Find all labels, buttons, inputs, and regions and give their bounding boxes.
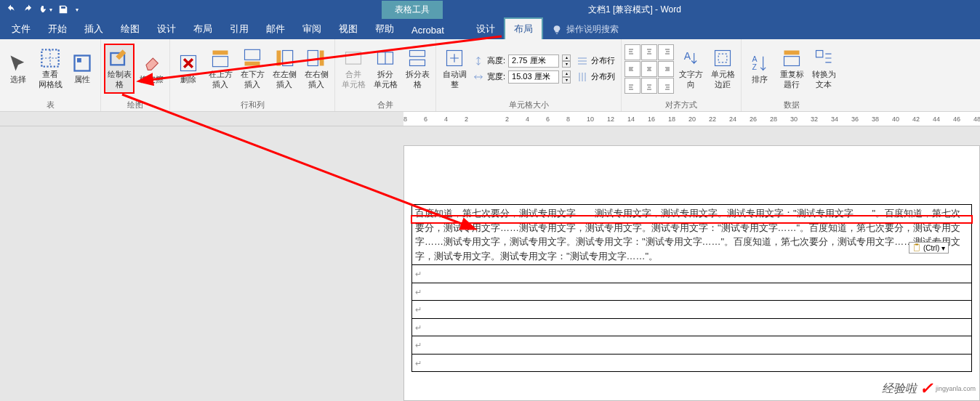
convert-text-icon [814, 48, 834, 68]
ribbon-group-data: AZ 排序 重复标题行 转换为文本 数据 [742, 39, 842, 111]
document-area: 百度知道，第七次要分，测试专用文字……测试专用文字，测试专用文字。测试专用文字：… [0, 126, 980, 401]
table-row[interactable]: ↵ [412, 283, 972, 301]
tab-view[interactable]: 视图 [330, 19, 366, 39]
tab-file[interactable]: 文件 [3, 19, 39, 39]
tab-home[interactable]: 开始 [39, 19, 76, 39]
svg-rect-29 [915, 245, 920, 251]
tab-references[interactable]: 引用 [221, 19, 257, 39]
qat-customize-icon[interactable]: ▾ [76, 7, 79, 13]
width-input[interactable]: 15.03 厘米 [508, 70, 559, 84]
convert-to-text-button[interactable]: 转换为文本 [808, 45, 839, 92]
draw-table-button[interactable]: 绘制表格 [104, 44, 134, 93]
table-row[interactable]: ↵ [412, 336, 972, 355]
insert-left-button[interactable]: 在左侧插入 [269, 45, 300, 92]
quick-access-toolbar: ▾ ▾ [0, 3, 83, 16]
table-row[interactable]: ↵ [412, 265, 972, 283]
insert-right-icon [306, 48, 326, 68]
text-direction-button[interactable]: A 文字方向 [675, 45, 706, 92]
document-table[interactable]: 百度知道，第七次要分，测试专用文字……测试专用文字，测试专用文字。测试专用文字：… [411, 204, 972, 372]
ribbon-group-draw: 绘制表格 橡皮擦 绘图 [101, 39, 170, 111]
split-table-button[interactable]: 拆分表格 [402, 45, 433, 92]
insert-above-button[interactable]: 在上方插入 [205, 45, 236, 92]
height-input[interactable]: 2.75 厘米 [508, 54, 559, 68]
tab-acrobat[interactable]: Acrobat [403, 21, 453, 39]
split-table-icon [407, 48, 427, 68]
svg-rect-7 [213, 57, 228, 67]
align-top-left[interactable] [624, 44, 640, 60]
tell-me-search[interactable]: 操作说明搜索 [543, 20, 627, 39]
repeat-header-rows-button[interactable]: 重复标题行 [776, 45, 807, 92]
redo-button[interactable] [22, 3, 35, 16]
height-up[interactable]: ▴ [562, 54, 571, 61]
tab-table-layout[interactable]: 布局 [504, 17, 543, 39]
properties-button[interactable]: 属性 [67, 50, 97, 87]
lightbulb-icon [552, 25, 562, 35]
align-bot-center[interactable] [641, 78, 657, 94]
split-cells-button[interactable]: 拆分 单元格 [370, 45, 401, 92]
view-gridlines-button[interactable]: 查看 网格线 [35, 45, 65, 92]
tab-insert[interactable]: 插入 [76, 19, 112, 39]
table-row[interactable]: ↵ [412, 354, 972, 372]
highlight-box [411, 215, 973, 224]
insert-below-button[interactable]: 在下方插入 [237, 45, 268, 92]
horizontal-ruler[interactable]: 8642246810121416182022242628303234363840… [403, 112, 980, 126]
svg-rect-12 [277, 51, 281, 66]
merge-cells-button[interactable]: 合并 单元格 [338, 45, 369, 92]
tab-help[interactable]: 帮助 [366, 19, 403, 39]
tab-mailings[interactable]: 邮件 [257, 19, 294, 39]
tab-draw[interactable]: 绘图 [112, 19, 148, 39]
tab-table-design[interactable]: 设计 [467, 19, 504, 39]
touch-mode-button[interactable]: ▾ [39, 3, 52, 16]
tab-layout[interactable]: 布局 [185, 19, 221, 39]
ribbon: 选择 查看 网格线 属性 表 绘制表格 橡皮擦 绘图 [0, 39, 980, 112]
width-up[interactable]: ▴ [562, 70, 571, 77]
table-row[interactable]: ↵ [412, 301, 972, 319]
align-mid-left[interactable] [624, 61, 640, 77]
table-row[interactable]: ↵ [412, 318, 972, 336]
svg-rect-3 [75, 55, 90, 70]
paste-options-button[interactable]: (Ctrl) ▾ [909, 242, 949, 254]
insert-right-button[interactable]: 在右侧插入 [301, 45, 332, 92]
align-mid-right[interactable] [658, 61, 674, 77]
align-bot-right[interactable] [658, 78, 674, 94]
align-top-right[interactable] [658, 44, 674, 60]
svg-rect-18 [410, 51, 425, 57]
svg-rect-22 [715, 51, 731, 66]
cell-margins-icon [712, 48, 733, 68]
row-height-icon [473, 55, 484, 67]
height-down[interactable]: ▾ [562, 61, 571, 68]
svg-rect-30 [915, 244, 918, 246]
tab-review[interactable]: 审阅 [294, 19, 330, 39]
svg-rect-9 [245, 50, 260, 60]
autofit-button[interactable]: 自动调整 [439, 45, 470, 92]
document-page[interactable]: 百度知道，第七次要分，测试专用文字……测试专用文字，测试专用文字。测试专用文字：… [403, 145, 980, 401]
draw-table-icon [109, 48, 129, 68]
align-top-center[interactable] [641, 44, 657, 60]
delete-button[interactable]: 删除 [173, 50, 204, 87]
svg-rect-28 [816, 51, 823, 57]
insert-left-icon [274, 48, 294, 68]
split-cells-icon [375, 48, 395, 68]
svg-rect-15 [346, 52, 361, 64]
tab-design[interactable]: 设计 [148, 19, 185, 39]
svg-rect-27 [784, 57, 800, 66]
svg-rect-14 [320, 51, 324, 66]
ribbon-group-table: 选择 查看 网格线 属性 表 [0, 39, 101, 111]
align-mid-center[interactable] [641, 61, 657, 77]
undo-button[interactable] [4, 3, 17, 16]
sort-icon: AZ [750, 53, 770, 73]
eraser-button[interactable]: 橡皮擦 [136, 50, 166, 87]
check-icon: ✓ [920, 379, 933, 398]
select-button[interactable]: 选择 [3, 50, 33, 87]
merge-cells-icon [343, 48, 364, 68]
cell-margins-button[interactable]: 单元格 边距 [707, 45, 738, 92]
width-down[interactable]: ▾ [562, 77, 571, 84]
table-row[interactable]: 百度知道，第七次要分，测试专用文字……测试专用文字，测试专用文字。测试专用文字：… [412, 205, 972, 265]
save-button[interactable] [57, 3, 70, 16]
sort-button[interactable]: AZ 排序 [744, 50, 775, 87]
align-bot-left[interactable] [624, 78, 640, 94]
delete-icon [178, 53, 198, 73]
svg-text:A: A [684, 51, 691, 62]
distribute-rows-button[interactable]: 分布行 [574, 54, 618, 68]
distribute-columns-button[interactable]: 分布列 [574, 70, 618, 84]
